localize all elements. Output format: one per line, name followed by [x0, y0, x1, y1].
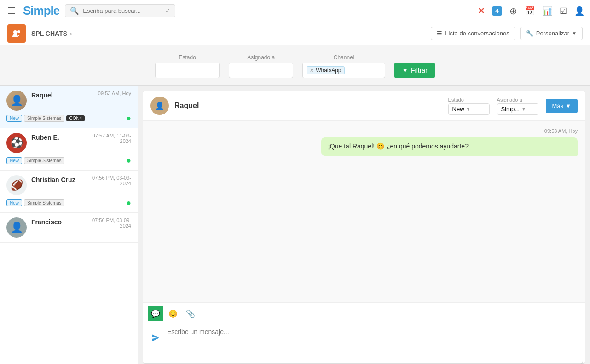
tag-new-ruben: New — [6, 157, 22, 164]
badge-4-icon[interactable]: 4 — [492, 6, 502, 16]
chat-meta-christian: 07:56 PM, 03-09-2024 Christian Cruz — [31, 175, 131, 186]
channel-label: Channel — [302, 54, 385, 61]
chat-item-top: 👤 09:53 AM, Hoy Raquel — [6, 91, 131, 111]
channel-tag: ✕ WhatsApp — [307, 66, 344, 74]
asignado-field-label: Asignado a — [497, 97, 538, 102]
chat-input-area: 💬 😊 📎 ⌟ — [143, 302, 585, 363]
chat-time-christian: 07:56 PM, 03-09-2024 — [92, 175, 131, 186]
asignado-field-group: Asignado a Simp... ▼ — [497, 97, 538, 115]
estado-field-group: Estado New ▼ — [448, 97, 490, 115]
wrench-icon: 🔧 — [526, 30, 533, 37]
chat-item-raquel[interactable]: 👤 09:53 AM, Hoy Raquel New Simple Sistem… — [0, 86, 138, 128]
chat-header-controls: Estado New ▼ Asignado a Simp... ▼ Más ▼ — [448, 97, 578, 115]
second-navigation: SPL CHATS › ☰ Lista de conversaciones 🔧 … — [0, 22, 590, 45]
message-input[interactable] — [167, 328, 580, 356]
nav-icons: ✕ 4 ⊕ 📅 📊 ☑ 👤 — [478, 6, 584, 17]
search-clear-icon[interactable]: ✓ — [165, 7, 170, 14]
estado-value: New — [452, 106, 464, 113]
breadcrumb-arrow: › — [70, 30, 72, 37]
users-icon — [12, 28, 22, 39]
svg-point-1 — [17, 30, 20, 33]
attachment-toolbar-button[interactable]: 📎 — [183, 306, 198, 321]
chat-item-christian[interactable]: 🏈 07:56 PM, 03-09-2024 Christian Cruz Ne… — [0, 171, 138, 213]
chat-tags-ruben: New Simple Sistemas ● — [6, 156, 131, 165]
breadcrumb-text: SPL CHATS — [31, 30, 67, 37]
svg-point-0 — [13, 30, 17, 34]
chat-item-top-christian: 🏈 07:56 PM, 03-09-2024 Christian Cruz — [6, 175, 131, 195]
orange-logo-square — [7, 24, 26, 43]
chat-item-top-francisco: 👤 07:56 PM, 03-09-2024 Francisco — [6, 217, 131, 238]
asignado-select[interactable]: Simp... ▼ — [497, 103, 538, 115]
chat-meta-ruben: 07:57 AM, 11-09-2024 Ruben E. — [31, 133, 131, 144]
mas-arrow-icon: ▼ — [565, 102, 571, 109]
emoji-toolbar-button[interactable]: 😊 — [165, 306, 181, 321]
send-icon — [151, 333, 160, 342]
chat-tags-raquel: New Simple Sistemas CON4 ● — [6, 114, 131, 123]
chat-item-francisco[interactable]: 👤 07:56 PM, 03-09-2024 Francisco — [0, 213, 138, 243]
chat-meta-francisco: 07:56 PM, 03-09-2024 Francisco — [31, 217, 131, 228]
breadcrumb: SPL CHATS › — [31, 30, 72, 37]
asignado-input[interactable] — [229, 63, 293, 78]
chat-view-panel: 👤 Raquel Estado New ▼ Asignado a Simp...… — [143, 91, 585, 364]
search-icon: 🔍 — [70, 6, 79, 15]
tag-company-christian: Simple Sistemas — [24, 199, 64, 206]
send-button[interactable] — [148, 330, 163, 346]
channel-tag-x[interactable]: ✕ — [310, 68, 314, 74]
check-icon[interactable]: ☑ — [560, 6, 567, 16]
plus-icon[interactable]: ⊕ — [509, 6, 517, 17]
asignado-value: Simp... — [501, 106, 520, 113]
estado-input[interactable] — [155, 63, 220, 78]
list-icon: ☰ — [437, 30, 442, 37]
asignado-arrow-icon: ▼ — [521, 107, 526, 112]
user-icon[interactable]: 👤 — [574, 6, 584, 16]
filter-icon: ▼ — [402, 67, 408, 74]
chevron-down-icon: ▼ — [572, 31, 577, 36]
personalizar-button[interactable]: 🔧 Personalizar ▼ — [520, 27, 583, 40]
tag-new-raquel: New — [6, 115, 22, 122]
mas-button[interactable]: Más ▼ — [546, 99, 578, 113]
whatsapp-icon-christian: ● — [126, 198, 131, 208]
channel-tag-value: WhatsApp — [316, 67, 341, 74]
chat-time-ruben: 07:57 AM, 11-09-2024 — [93, 133, 131, 144]
channel-input[interactable]: ✕ WhatsApp — [302, 63, 385, 78]
estado-label: Estado — [155, 54, 220, 61]
filter-button[interactable]: ▼ Filtrar — [394, 63, 435, 78]
hamburger-button[interactable]: ☰ — [6, 4, 17, 18]
tag-company-ruben: Simple Sistemas — [24, 157, 64, 164]
chat-list-panel: 👤 09:53 AM, Hoy Raquel New Simple Sistem… — [0, 86, 138, 364]
avatar-christian: 🏈 — [6, 175, 27, 195]
chat-messages: 09:53 AM, Hoy ¡Que tal Raquel! 😊 ¿en qué… — [143, 121, 585, 302]
calendar-icon[interactable]: 📅 — [525, 6, 535, 16]
chat-meta-raquel: 09:53 AM, Hoy Raquel — [31, 91, 131, 99]
chat-header: 👤 Raquel Estado New ▼ Asignado a Simp...… — [143, 91, 585, 121]
chart-icon[interactable]: 📊 — [542, 6, 552, 16]
channel-filter-group: Channel ✕ WhatsApp — [302, 54, 385, 78]
asignado-label: Asignado a — [229, 54, 293, 61]
avatar-francisco: 👤 — [6, 217, 27, 238]
avatar-ruben: ⚽ — [6, 133, 27, 153]
chat-tags-christian: New Simple Sistemas ● — [6, 198, 131, 208]
search-input[interactable] — [83, 7, 162, 14]
asignado-filter-group: Asignado a — [229, 54, 293, 78]
chat-item-ruben[interactable]: ⚽ 07:57 AM, 11-09-2024 Ruben E. New Simp… — [0, 128, 138, 171]
estado-arrow-icon: ▼ — [466, 107, 471, 112]
nav-actions: ☰ Lista de conversaciones 🔧 Personalizar… — [431, 27, 583, 40]
search-bar: 🔍 ✓ — [65, 4, 175, 17]
list-conversations-button[interactable]: ☰ Lista de conversaciones — [431, 27, 515, 40]
whatsapp-icon-raquel: ● — [126, 114, 131, 123]
chat-time-raquel: 09:53 AM, Hoy — [98, 91, 131, 96]
x-nav-icon[interactable]: ✕ — [478, 6, 485, 16]
message-toolbar-button[interactable]: 💬 — [148, 306, 163, 321]
resize-handle: ⌟ — [143, 359, 585, 363]
estado-select[interactable]: New ▼ — [448, 103, 490, 115]
estado-field-label: Estado — [448, 97, 490, 102]
chat-input-toolbar: 💬 😊 📎 — [143, 303, 585, 324]
tag-new-christian: New — [6, 199, 22, 206]
logo-text: Simple — [23, 4, 59, 18]
tag-con4-raquel: CON4 — [66, 115, 85, 121]
chat-header-name: Raquel — [174, 102, 199, 110]
chat-item-top-ruben: ⚽ 07:57 AM, 11-09-2024 Ruben E. — [6, 133, 131, 153]
avatar-raquel: 👤 — [6, 91, 27, 111]
tag-company-raquel: Simple Sistemas — [24, 115, 64, 122]
app-logo: Simple — [23, 4, 59, 18]
